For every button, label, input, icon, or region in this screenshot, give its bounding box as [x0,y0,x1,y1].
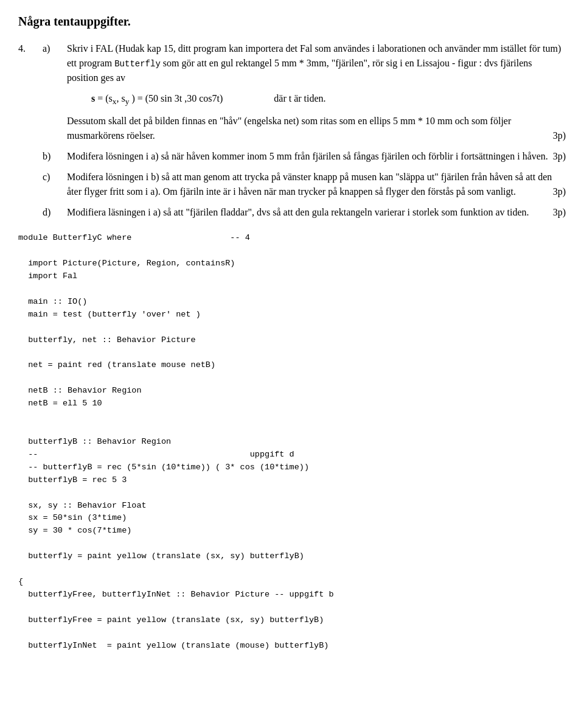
parta-label: a) [43,41,67,143]
formula-block: s = (sx, sy ) = (50 sin 3t ,30 cos7t) dä… [91,91,566,108]
partc-points: 3p) [553,184,566,199]
partd-row: d) Modifiera läsningen i a) så att "fjär… [43,205,566,220]
formula-s: s = (sx, sy ) = (50 sin 3t ,30 cos7t) [91,93,223,103]
page-title: Några tentauppgifter. [18,12,566,30]
partb-text: Modifera lösningen i a) så när håven kom… [67,151,548,161]
partb-content: Modifera lösningen i a) så när håven kom… [67,149,566,164]
partd-points: 3p) [553,205,566,220]
partc-label: c) [43,170,67,199]
code-block: module ButterflyC where -- 4 import Pict… [18,232,566,652]
partb-label: b) [43,149,67,164]
problem-4: 4. a) Skriv i FAL (Hudak kap 15, ditt pr… [18,41,566,225]
problem-4-header: 4. a) Skriv i FAL (Hudak kap 15, ditt pr… [18,41,566,225]
sub-y: y [125,97,130,106]
parta-text3: Dessutom skall det på bilden finnas en "… [67,116,511,141]
parta-paragraph2: Dessutom skall det på bilden finnas en "… [67,114,566,143]
partb-points: 3p) [553,149,566,164]
partc-text: Modifera lösningen i b) så att man genom… [67,172,552,197]
parta-row: a) Skriv i FAL (Hudak kap 15, ditt progr… [43,41,566,143]
partb-row: b) Modifera lösningen i a) så när håven … [43,149,566,164]
partc-row: c) Modifera lösningen i b) så att man ge… [43,170,566,199]
sub-x: x [113,97,117,106]
parta-points: 3p) [553,128,566,143]
partd-text: Modifiera läsningen i a) så att "fjärile… [67,207,529,217]
parta-paragraph1: Skriv i FAL (Hudak kap 15, ditt program … [67,41,566,85]
parta-content: Skriv i FAL (Hudak kap 15, ditt program … [67,41,566,143]
partd-label: d) [43,205,67,220]
problem-4-intro: a) Skriv i FAL (Hudak kap 15, ditt progr… [43,41,566,225]
partc-content: Modifera lösningen i b) så att man genom… [67,170,566,199]
formula-time: där t är tiden. [274,93,325,103]
butterfly-code: Butterfly [114,59,161,69]
problem-number: 4. [18,41,43,225]
partd-content: Modifiera läsningen i a) så att "fjärile… [67,205,566,220]
